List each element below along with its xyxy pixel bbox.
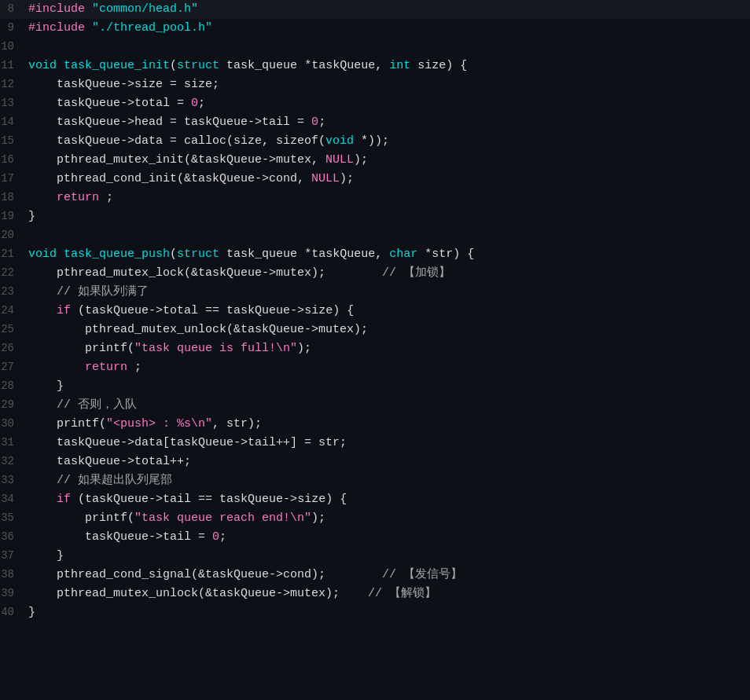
- code-line: 30 printf("<push> : %s\n", str);: [0, 415, 750, 434]
- line-number: 37: [0, 548, 28, 565]
- token-arrow: ->: [149, 493, 163, 506]
- token-arrow: ->: [233, 436, 248, 449]
- code-line: 35 printf("task queue reach end!\n");: [0, 509, 750, 528]
- code-line: 28 }: [0, 377, 750, 396]
- line-number: 13: [0, 95, 28, 112]
- line-content: taskQueue->head = taskQueue->tail = 0;: [28, 113, 750, 131]
- code-line: 36 taskQueue->tail = 0;: [0, 528, 750, 547]
- token-normal: tail =: [262, 115, 311, 129]
- line-content: pthread_cond_signal(&taskQueue->cond); /…: [28, 566, 750, 584]
- token-str-lit: "task queue is full!\n": [134, 342, 297, 355]
- token-normal: head = taskQueue: [134, 115, 248, 129]
- token-arrow: ->: [149, 304, 163, 317]
- line-number: 35: [0, 510, 28, 527]
- code-line: 27 return ;: [0, 358, 750, 377]
- line-content: return ;: [28, 189, 750, 207]
- line-number: 15: [0, 133, 28, 150]
- line-content: pthread_mutex_init(&taskQueue->mutex, NU…: [28, 151, 750, 169]
- token-null-kw: NULL: [325, 153, 354, 167]
- line-number: 39: [0, 585, 28, 603]
- token-normal: taskQueue: [311, 247, 375, 261]
- line-content: pthread_mutex_lock(&taskQueue->mutex); /…: [28, 264, 750, 282]
- token-normal: taskQueue: [28, 455, 120, 468]
- token-arrow: ->: [269, 568, 283, 581]
- token-normal: taskQueue: [28, 436, 120, 449]
- line-content: printf("task queue is full!\n");: [28, 339, 750, 357]
- token-comment-cn: // 否则，入队: [57, 398, 137, 412]
- token-normal: size = size;: [134, 78, 219, 91]
- line-number: 11: [0, 57, 28, 75]
- line-number: 19: [0, 208, 28, 225]
- token-normal: );: [311, 511, 325, 525]
- token-normal: [28, 361, 85, 374]
- line-number: 34: [0, 491, 28, 508]
- token-arrow: ->: [290, 304, 304, 317]
- line-content: [28, 38, 750, 56]
- token-normal: (: [170, 59, 177, 72]
- line-content: printf("<push> : %s\n", str);: [28, 415, 750, 433]
- line-content: // 否则，入队: [28, 396, 750, 414]
- line-content: return ;: [28, 358, 750, 376]
- line-number: 40: [0, 604, 28, 621]
- code-line: 18 return ;: [0, 189, 750, 207]
- token-kw-return: return: [85, 361, 127, 374]
- token-normal: );: [354, 153, 368, 167]
- code-line: 31 taskQueue->data[taskQueue->tail++] = …: [0, 434, 750, 453]
- token-normal: taskQueue: [28, 115, 120, 129]
- token-arrow: ->: [120, 436, 134, 449]
- token-normal: }: [28, 549, 64, 563]
- token-normal: pthread_cond_signal(&taskQueue: [28, 568, 269, 581]
- line-number: 31: [0, 434, 28, 452]
- token-include-dir: #include: [28, 21, 85, 35]
- token-arrow: ->: [262, 266, 276, 280]
- code-line: 24 if (taskQueue->total == taskQueue->si…: [0, 302, 750, 321]
- token-arrow: ->: [248, 115, 262, 129]
- line-content: taskQueue->tail = 0;: [28, 528, 750, 546]
- token-kw-void: void: [28, 59, 57, 72]
- line-number: 25: [0, 321, 28, 339]
- token-normal: [57, 59, 64, 72]
- token-normal: pthread_mutex_unlock(&taskQueue: [28, 587, 276, 600]
- token-normal: ;: [127, 361, 142, 374]
- token-normal: ,: [375, 247, 389, 261]
- token-normal: taskQueue: [28, 530, 149, 544]
- line-content: }: [28, 377, 750, 395]
- token-null-kw: NULL: [311, 172, 340, 185]
- token-normal: str) {: [432, 247, 474, 261]
- token-normal: ;: [99, 191, 113, 204]
- token-normal: [417, 247, 425, 261]
- token-normal: tail =: [163, 530, 212, 544]
- line-content: taskQueue->total = 0;: [28, 94, 750, 112]
- token-normal: mutex);: [318, 323, 368, 336]
- line-number: 12: [0, 76, 28, 93]
- token-normal: }: [28, 606, 35, 619]
- token-normal: printf(: [28, 417, 106, 431]
- line-number: 16: [0, 152, 28, 169]
- token-kw-struct: struct: [177, 59, 219, 72]
- code-line: 25 pthread_mutex_unlock(&taskQueue->mute…: [0, 321, 750, 339]
- token-normal: [85, 2, 92, 16]
- line-number: 20: [0, 227, 28, 244]
- line-content: pthread_mutex_unlock(&taskQueue->mutex);…: [28, 585, 750, 603]
- token-normal: mutex);: [276, 266, 325, 280]
- token-normal: total =: [134, 97, 191, 110]
- token-normal: [28, 304, 57, 317]
- line-number: 29: [0, 397, 28, 414]
- line-number: 32: [0, 453, 28, 471]
- token-str-lit: "task queue reach end!\n": [134, 511, 311, 525]
- line-content: pthread_cond_init(&taskQueue->cond, NULL…: [28, 170, 750, 188]
- token-arrow: ->: [120, 455, 134, 468]
- code-line: 15 taskQueue->data = calloc(size, sizeof…: [0, 132, 750, 151]
- token-normal: [28, 493, 57, 506]
- code-line: 40}: [0, 603, 750, 622]
- token-fn-name: task_queue_init: [64, 59, 170, 72]
- token-kw-if: if: [57, 304, 71, 317]
- token-num-lit: 0: [311, 115, 318, 129]
- token-normal: taskQueue: [311, 59, 375, 72]
- token-comment: // 【发信号】: [325, 568, 462, 581]
- token-fn-name: task_queue_push: [64, 247, 170, 261]
- token-normal: [28, 398, 57, 412]
- token-arrow: ->: [255, 172, 269, 185]
- token-normal: *: [425, 247, 432, 261]
- token-include-file: "./thread_pool.h": [92, 21, 212, 35]
